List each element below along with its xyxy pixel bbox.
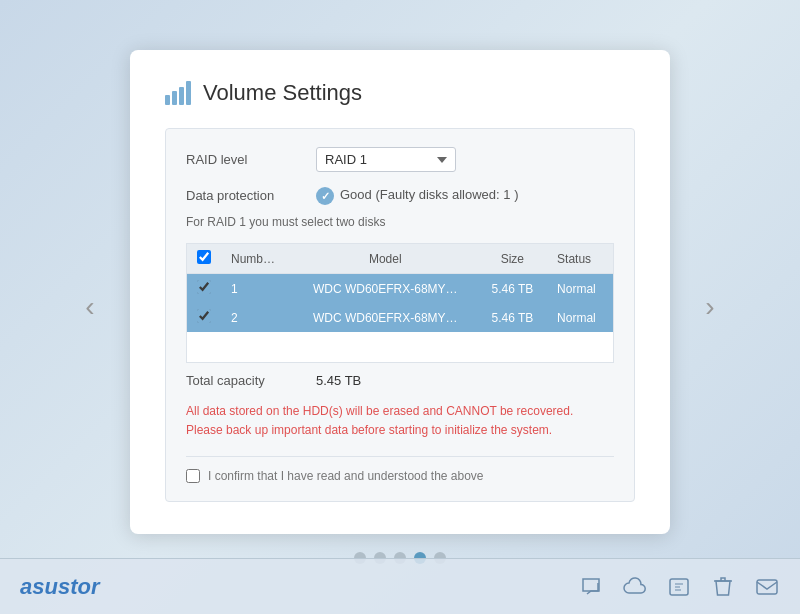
check-circle-icon xyxy=(316,187,334,205)
col-header-number: Numb… xyxy=(221,244,293,274)
chat-icon[interactable] xyxy=(578,574,604,600)
warning-text: All data stored on the HDD(s) will be er… xyxy=(186,402,614,440)
row-size: 5.46 TB xyxy=(478,303,547,332)
transfer-icon[interactable] xyxy=(666,574,692,600)
main-panel: Volume Settings RAID level RAID 1 RAID 0… xyxy=(130,50,670,534)
prev-arrow[interactable]: ‹ xyxy=(70,287,110,327)
raid-level-control: RAID 1 RAID 0 RAID 5 RAID 6 xyxy=(316,147,614,172)
disk-table: Numb… Model Size Status 1 WDC WD60EFRX-6… xyxy=(186,243,614,363)
confirm-checkbox[interactable] xyxy=(186,469,200,483)
page-title-bar: Volume Settings xyxy=(165,80,635,106)
next-arrow[interactable]: › xyxy=(690,287,730,327)
bottom-icons xyxy=(578,574,780,600)
total-capacity-value: 5.45 TB xyxy=(316,373,361,388)
row-status: Normal xyxy=(547,303,613,332)
table-empty-row xyxy=(187,332,614,362)
delete-icon[interactable] xyxy=(710,574,736,600)
page-title: Volume Settings xyxy=(203,80,362,106)
svg-rect-1 xyxy=(757,580,777,594)
col-header-checkbox xyxy=(187,244,222,274)
col-header-status: Status xyxy=(547,244,613,274)
row-checkbox-cell xyxy=(187,274,222,304)
brand-logo: asustor xyxy=(20,574,99,600)
total-capacity-row: Total capacity 5.45 TB xyxy=(186,373,614,388)
row-size: 5.46 TB xyxy=(478,274,547,304)
row-checkbox[interactable] xyxy=(197,309,211,323)
row-number: 1 xyxy=(221,274,293,304)
email-icon[interactable] xyxy=(754,574,780,600)
select-all-checkbox[interactable] xyxy=(197,250,211,264)
empty-cell xyxy=(187,332,614,362)
confirm-row: I confirm that I have read and understoo… xyxy=(186,456,614,483)
row-model: WDC WD60EFRX-68MY… xyxy=(293,303,478,332)
row-number: 2 xyxy=(221,303,293,332)
raid-level-row: RAID level RAID 1 RAID 0 RAID 5 RAID 6 xyxy=(186,147,614,172)
cloud-icon[interactable] xyxy=(622,574,648,600)
data-protection-row: Data protection Good (Faulty disks allow… xyxy=(186,186,614,205)
data-protection-label: Data protection xyxy=(186,186,316,203)
volume-icon xyxy=(165,81,191,105)
table-row: 2 WDC WD60EFRX-68MY… 5.46 TB Normal xyxy=(187,303,614,332)
data-protection-status: Good (Faulty disks allowed: 1 ) xyxy=(340,186,518,204)
data-protection-value: Good (Faulty disks allowed: 1 ) xyxy=(316,186,518,205)
raid-level-label: RAID level xyxy=(186,152,316,167)
col-header-model: Model xyxy=(293,244,478,274)
total-capacity-label: Total capacity xyxy=(186,373,316,388)
col-header-size: Size xyxy=(478,244,547,274)
raid-info-text: For RAID 1 you must select two disks xyxy=(186,215,614,229)
bottom-bar: asustor xyxy=(0,558,800,614)
form-content: RAID level RAID 1 RAID 0 RAID 5 RAID 6 D… xyxy=(165,128,635,502)
raid-level-select[interactable]: RAID 1 RAID 0 RAID 5 RAID 6 xyxy=(316,147,456,172)
row-checkbox[interactable] xyxy=(197,280,211,294)
row-checkbox-cell xyxy=(187,303,222,332)
table-header-row: Numb… Model Size Status xyxy=(187,244,614,274)
row-model: WDC WD60EFRX-68MY… xyxy=(293,274,478,304)
confirm-label: I confirm that I have read and understoo… xyxy=(208,469,484,483)
table-row: 1 WDC WD60EFRX-68MY… 5.46 TB Normal xyxy=(187,274,614,304)
row-status: Normal xyxy=(547,274,613,304)
